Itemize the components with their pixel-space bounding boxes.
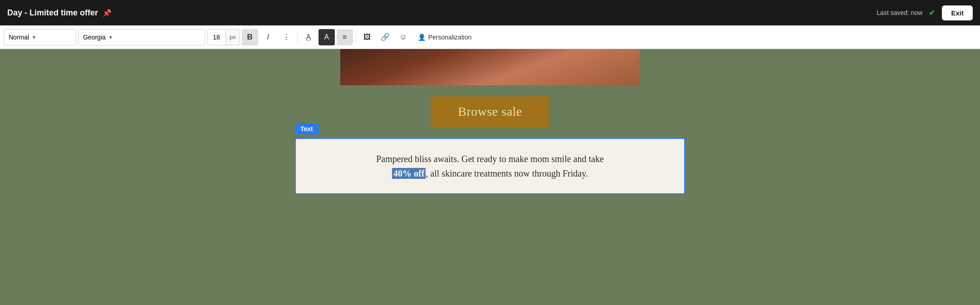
- font-size-group: px: [207, 29, 240, 45]
- italic-button[interactable]: I: [260, 29, 276, 45]
- personalization-label: Personalization: [428, 34, 472, 41]
- link-button[interactable]: 🔗: [377, 29, 393, 45]
- divider-1: [297, 31, 298, 44]
- emoji-button[interactable]: ☺: [395, 29, 412, 45]
- saved-check-icon: ✔: [929, 8, 936, 18]
- font-size-input[interactable]: [207, 30, 225, 45]
- paragraph-style-dropdown[interactable]: Normal ▾: [4, 29, 76, 45]
- bold-button[interactable]: B: [242, 29, 258, 45]
- pin-icon[interactable]: 📌: [103, 9, 112, 17]
- font-family-chevron: ▾: [109, 34, 112, 40]
- canvas-area: Browse sale Text Pampered bliss awaits. …: [0, 49, 980, 305]
- paragraph-end-text: , all skincare treatments now through Fr…: [426, 168, 588, 178]
- bold-btn-container: Bold B: [242, 29, 258, 45]
- paragraph-text: Pampered bliss awaits. Get ready to make…: [376, 154, 604, 164]
- top-bar-left: Day - Limited time offer 📌: [7, 8, 112, 18]
- page-title: Day - Limited time offer: [7, 8, 98, 18]
- paragraph-style-label: Normal: [9, 34, 29, 41]
- person-icon: 👤: [418, 34, 426, 41]
- text-bg-button[interactable]: A: [318, 29, 335, 45]
- text-bg-label: A: [324, 33, 329, 41]
- browse-sale-button[interactable]: Browse sale: [431, 96, 549, 127]
- toolbar: Normal ▾ Georgia ▾ px Bold B I ⋮ A A ≡ 🖼…: [0, 25, 980, 49]
- image-button[interactable]: 🖼: [359, 29, 375, 45]
- more-options-button[interactable]: ⋮: [278, 29, 294, 45]
- text-badge[interactable]: Text: [295, 123, 318, 134]
- align-button[interactable]: ≡: [337, 29, 353, 45]
- font-size-unit: px: [225, 30, 240, 45]
- top-bar-right: Last saved: now ✔ Exit: [877, 5, 973, 20]
- personalization-button[interactable]: 👤 Personalization: [413, 29, 476, 45]
- exit-button[interactable]: Exit: [942, 5, 973, 20]
- top-bar: Day - Limited time offer 📌 Last saved: n…: [0, 0, 980, 25]
- photo-strip: [340, 49, 640, 85]
- highlight-text: 40% off: [392, 168, 426, 179]
- text-color-button[interactable]: A: [300, 29, 317, 45]
- text-block-wrapper: Text Pampered bliss awaits. Get ready to…: [295, 138, 685, 194]
- italic-label: I: [267, 33, 269, 41]
- font-family-dropdown[interactable]: Georgia ▾: [78, 29, 205, 45]
- font-family-label: Georgia: [83, 34, 106, 41]
- last-saved-text: Last saved: now: [877, 9, 922, 16]
- paragraph-style-chevron: ▾: [33, 34, 35, 40]
- text-content-block[interactable]: Pampered bliss awaits. Get ready to make…: [295, 138, 685, 194]
- divider-2: [356, 31, 356, 44]
- text-color-label: A: [306, 33, 311, 41]
